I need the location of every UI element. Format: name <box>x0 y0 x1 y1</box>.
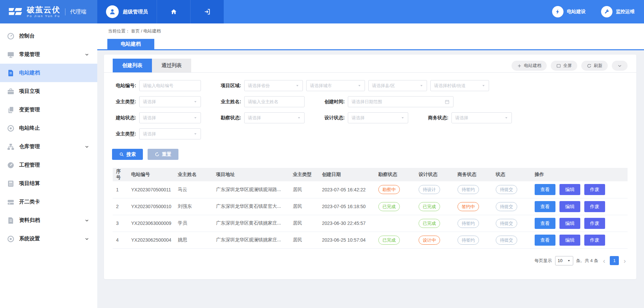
sidebar-item-工程管理[interactable]: 工程管理 <box>0 156 97 174</box>
cell-owner: 刘强东 <box>174 198 213 215</box>
sidebar-item-电站终止[interactable]: 电站终止 <box>0 119 97 137</box>
cell-address: 广东深圳龙华区观澜镇观湖路... <box>213 181 289 198</box>
filter-daterange[interactable]: 请选择日期范围 <box>348 96 453 107</box>
filter-input-电站编号:[interactable]: 请输入电站编号 <box>139 80 201 91</box>
circle-dot-icon <box>7 235 15 243</box>
filter-select-建站状态:[interactable]: 请选择 <box>139 112 201 123</box>
cell-survey-status <box>375 215 415 232</box>
filter-select-业主类型:[interactable]: 请选择 <box>139 128 201 139</box>
sidebar-item-label: 常规管理 <box>19 51 85 58</box>
void-button[interactable]: 作废 <box>584 235 605 246</box>
next-page-button[interactable]: › <box>622 257 628 264</box>
gauge-icon <box>7 32 15 40</box>
view-button[interactable]: 查看 <box>535 201 555 212</box>
status-badge: 已完成 <box>419 202 440 211</box>
sidebar-item-开二类卡[interactable]: 开二类卡 <box>0 193 97 211</box>
per-page-unit: 条, <box>576 258 582 264</box>
user-menu[interactable]: 超级管理员 <box>97 0 157 23</box>
cell-actions: 查看编辑作废 <box>531 215 628 232</box>
sidebar: 控制台 常规管理 电站建档 项目立项 变更管理 电站终止 仓库管理 工程管理 项 <box>0 23 97 308</box>
view-button[interactable]: 查看 <box>535 184 555 195</box>
sidebar-item-变更管理[interactable]: 变更管理 <box>0 101 97 119</box>
calendar-icon <box>444 99 450 105</box>
filter-select-请选择城市[interactable]: 请选择城市 <box>306 80 365 91</box>
cell-design-status: 已完成 <box>415 198 454 215</box>
column-header-设计状态: 设计状态 <box>415 168 454 181</box>
cell-design-status: 待设计 <box>415 181 454 198</box>
toolbar-电站建档-button[interactable]: 电站建档 <box>512 61 547 71</box>
content: 创建列表 通过列表 电站建档 全屏 刷新 电站编号:请输入电站编号项目区域:请选… <box>97 50 644 308</box>
sidebar-item-常规管理[interactable]: 常规管理 <box>0 45 97 64</box>
sidebar-item-label: 资料归档 <box>19 217 85 224</box>
caret-down-icon <box>297 116 301 120</box>
breadcrumb-home[interactable]: 首页 <box>131 28 140 34</box>
avatar[interactable] <box>106 5 119 18</box>
void-button[interactable]: 作废 <box>584 201 605 212</box>
sidebar-item-项目立项[interactable]: 项目立项 <box>0 82 97 101</box>
sidebar-item-电站建档[interactable]: 电站建档 <box>0 64 97 82</box>
per-page-select[interactable]: 10 <box>555 256 573 265</box>
topnav-item-label: 电站建设 <box>567 9 586 15</box>
cell-design-status: 设计中 <box>415 232 454 248</box>
doc-icon <box>7 217 15 225</box>
edit-button[interactable]: 编辑 <box>559 184 580 195</box>
sidebar-item-控制台[interactable]: 控制台 <box>0 27 97 45</box>
sidebar-item-label: 电站终止 <box>19 125 89 132</box>
cell-created: 2023-07-05 16:18:50 <box>319 198 375 215</box>
edit-button[interactable]: 编辑 <box>559 235 580 246</box>
topnav-item-0[interactable]: 电站建设 <box>552 6 586 17</box>
card-icon <box>7 198 15 206</box>
cell-survey-status: 已完成 <box>375 198 415 215</box>
view-button[interactable]: 查看 <box>535 218 555 229</box>
table-row: 1 YX2023070500011 马云 广东深圳龙华区观澜镇观湖路... 居民… <box>113 181 628 198</box>
cell-status: 待提交 <box>492 232 531 248</box>
filter-select-勘察状态:[interactable]: 请选择 <box>244 112 305 123</box>
table-header-row: 序号电站编号业主姓名项目地址业主类型创建日期勘察状态设计状态商务状态状态操作 <box>113 168 628 181</box>
filter-input-业主姓名:[interactable]: 请输入业主姓名 <box>244 96 305 107</box>
toolbar-expand-button[interactable] <box>612 61 628 71</box>
filter-select-业主类型:[interactable]: 请选择 <box>139 96 201 107</box>
topnav-item-1[interactable]: 监控运维 <box>601 6 635 17</box>
filter-select-商务状态:[interactable]: 请选择 <box>451 112 512 123</box>
edit-button[interactable]: 编辑 <box>559 201 580 212</box>
view-button[interactable]: 查看 <box>535 235 555 246</box>
sidebar-item-仓库管理[interactable]: 仓库管理 <box>0 137 97 156</box>
logout-button[interactable] <box>190 0 224 23</box>
page-tab-active[interactable]: 电站建档 <box>107 39 154 49</box>
filter-label: 商务状态: <box>424 115 448 121</box>
filter-select-请选择县/区[interactable]: 请选择县/区 <box>368 80 427 91</box>
sidebar-item-label: 仓库管理 <box>19 143 85 150</box>
sidebar-item-系统设置[interactable]: 系统设置 <box>0 230 97 248</box>
brand: 破茧云伏 Po Jian Yun Fu 代理端 <box>0 0 97 23</box>
column-header-业主姓名: 业主姓名 <box>174 168 213 181</box>
sidebar-item-资料归档[interactable]: 资料归档 <box>0 211 97 230</box>
search-button[interactable]: 搜索 <box>112 149 143 160</box>
toolbar-刷新-button[interactable]: 刷新 <box>581 61 608 71</box>
toolbar-全屏-button[interactable]: 全屏 <box>551 61 577 71</box>
page-number-1[interactable]: 1 <box>610 256 619 265</box>
tab-通过列表[interactable]: 通过列表 <box>152 59 191 72</box>
cell-owner: 马云 <box>174 181 213 198</box>
status-badge: 设计中 <box>419 236 440 245</box>
status-badge: 已完成 <box>419 219 440 228</box>
filter-select-请选择村镇/街道[interactable]: 请选择村镇/街道 <box>430 80 489 91</box>
sidebar-item-label: 系统设置 <box>19 235 85 242</box>
tab-创建列表[interactable]: 创建列表 <box>113 59 152 72</box>
prev-page-button[interactable]: ‹ <box>601 257 607 264</box>
cell-address: 广东深圳龙华区观澜镇姚家庄... <box>213 232 289 248</box>
sidebar-item-项目结算[interactable]: 项目结算 <box>0 174 97 193</box>
refresh-icon <box>587 63 592 68</box>
cell-business-status: 待签约 <box>454 232 492 248</box>
search-icon <box>119 152 124 157</box>
filter-select-设计状态:[interactable]: 请选择 <box>348 112 408 123</box>
reset-button[interactable]: 重置 <box>148 149 178 160</box>
edit-button[interactable]: 编辑 <box>559 218 580 229</box>
gauge2-icon <box>7 161 15 169</box>
void-button[interactable]: 作废 <box>584 184 605 195</box>
home-button[interactable] <box>157 0 190 23</box>
sitemap-icon <box>7 143 15 151</box>
reset-icon <box>155 152 160 157</box>
filter-select-请选择省份[interactable]: 请选择省份 <box>244 80 303 91</box>
void-button[interactable]: 作废 <box>584 218 605 229</box>
brand-subtitle: Po Jian Yun Fu <box>27 14 60 18</box>
